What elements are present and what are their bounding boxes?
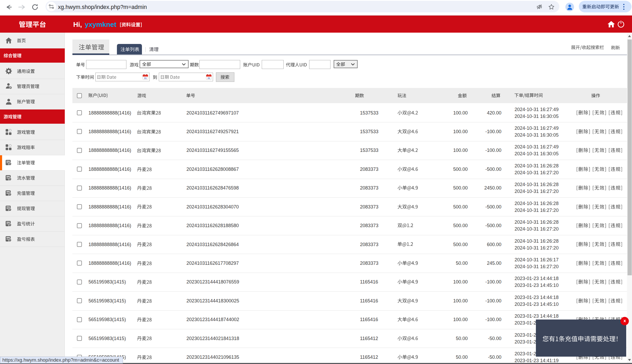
svg-text:31: 31 [208, 77, 210, 79]
svg-text:31: 31 [144, 77, 147, 79]
